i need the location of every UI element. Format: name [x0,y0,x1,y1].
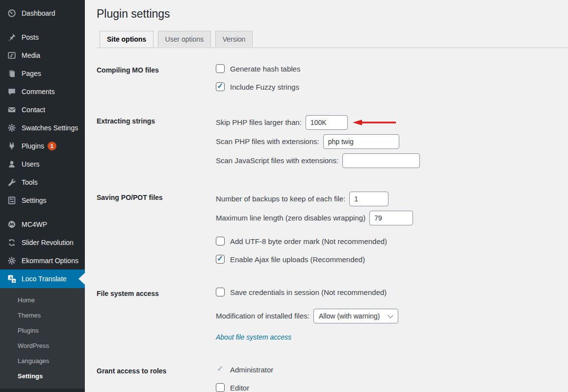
sidebar-item-slider-revolution[interactable]: Slider Revolution [0,233,85,251]
admin-sidebar: Dashboard Posts Media Pages [0,0,85,392]
sidebar-item-comments[interactable]: Comments [0,82,85,100]
field-label: Number of backups to keep of each file: [216,195,345,203]
field-label: Maximum line length (zero disables wrapp… [216,214,365,222]
sidebar-item-label: Slider Revolution [22,239,74,246]
sidebar-item-contact[interactable]: Contact [0,100,85,119]
checkbox-label: Administrator [230,366,273,374]
sidebar-item-label: Posts [22,33,39,41]
role-administrator-checkbox[interactable] [216,365,225,374]
pushpin-icon [7,32,17,42]
page-title: Plugin settings [97,7,568,22]
row-role-editor: Editor [216,383,273,392]
about-file-system-access-link[interactable]: About file system access [216,333,291,341]
ajax-uploads-checkbox[interactable] [216,255,225,264]
row-max-line-length: Maximum line length (zero disables wrapp… [216,211,413,225]
sidebar-item-label: Ekommart Options [22,257,78,265]
backup-count-input[interactable] [349,192,388,206]
sidebar-item-posts[interactable]: Posts [0,28,85,46]
scan-js-extensions-input[interactable] [342,153,420,168]
skip-php-size-input[interactable] [306,115,348,130]
comment-icon [7,87,17,97]
row-ajax-uploads: Enable Ajax file uploads (Recommended) [216,255,413,264]
envelope-icon [7,105,17,115]
field-label: Modification of installed files: [216,312,310,320]
sidebar-item-plugins[interactable]: Plugins 1 [0,137,85,155]
sidebar-item-label: Contact [22,106,45,114]
chevron-down-icon [388,313,393,318]
include-fuzzy-strings-checkbox[interactable] [216,82,225,91]
sidebar-item-loco-translate[interactable]: A★ Loco Translate [0,270,85,288]
row-save-credentials: Save credentials in session (Not recomme… [216,288,398,297]
tab-site-options[interactable]: Site options [100,31,154,48]
sidebar-item-label: Pages [22,70,41,77]
svg-text:★: ★ [12,279,15,283]
section-compiling-mo-files: Compiling MO files Generate hash tables … [97,64,568,92]
admin-menu: Dashboard Posts Media Pages [0,0,85,288]
sidebar-item-dashboard[interactable]: Dashboard [0,4,85,22]
role-editor-checkbox[interactable] [216,383,225,392]
sidebar-item-label: Settings [22,196,47,204]
section-label: Extracting strings [97,115,216,168]
tab-user-options[interactable]: User options [158,31,211,47]
row-scan-php-extensions: Scan PHP files with extensions: [216,134,420,149]
checkbox-label: Editor [230,384,249,392]
gear-icon [7,123,17,133]
sidebar-item-mc4wp[interactable]: MC4WP [0,215,85,233]
sidebar-item-label: Media [22,51,40,59]
section-file-system-access: File system access Save credentials in s… [97,288,568,342]
sidebar-item-label: Dashboard [22,9,55,17]
sidebar-item-media[interactable]: Media [0,46,85,64]
section-label: File system access [97,288,216,342]
submenu-item-plugins[interactable]: Plugins [0,323,85,338]
menu-separator [0,209,85,215]
modify-files-select[interactable]: Allow (with warning) [313,309,398,323]
media-icon [7,50,17,60]
section-label: Saving PO/POT files [97,192,216,264]
tab-version[interactable]: Version [215,31,253,47]
submenu-item-themes[interactable]: Themes [0,308,85,323]
checkbox-label: Save credentials in session (Not recomme… [230,288,387,296]
sidebar-item-label: MC4WP [22,220,47,228]
max-line-length-input[interactable] [369,211,413,225]
annotation-arrow-icon [352,119,397,126]
row-role-administrator: Administrator [216,365,273,374]
checkbox-label: Enable Ajax file uploads (Recommended) [230,255,365,264]
submenu-item-languages[interactable]: Languages [0,353,85,368]
update-count-badge: 1 [48,142,56,150]
sidebar-item-ekommart-options[interactable]: Ekommart Options [0,251,85,270]
sidebar-item-label: Comments [22,88,55,96]
sidebar-item-pages[interactable]: Pages [0,64,85,82]
submenu-item-home[interactable]: Home [0,293,85,308]
sidebar-item-label: Users [22,160,40,168]
row-generate-hash-tables: Generate hash tables [216,64,300,74]
sidebar-item-label: Loco Translate [22,275,67,283]
plug-icon [7,141,17,151]
row-include-fuzzy-strings: Include Fuzzy strings [216,82,300,92]
row-modify-installed-files: Modification of installed files: Allow (… [216,309,398,323]
section-label: Grant access to roles [97,365,216,392]
main-content: Plugin settings Site options User option… [85,0,568,392]
row-scan-js-extensions: Scan JavaScript files with extensions: [216,153,420,168]
sidebar-item-swatches-settings[interactable]: Swatches Settings [0,119,85,137]
scan-php-extensions-input[interactable] [323,134,399,149]
section-grant-access-to-roles: Grant access to roles Administrator Edit… [97,365,568,392]
sidebar-item-settings[interactable]: Settings [0,191,85,209]
generate-hash-tables-checkbox[interactable] [216,64,225,73]
row-utf8-bom: Add UTF-8 byte order mark (Not recommend… [216,237,413,246]
select-value: Allow (with warning) [319,312,380,320]
sliders-icon [7,196,17,205]
loco-translate-submenu: Home Themes Plugins WordPress Languages … [0,288,85,389]
gear-icon [7,256,17,266]
submenu-item-settings[interactable]: Settings [0,368,85,384]
utf8-bom-checkbox[interactable] [216,237,225,245]
checkbox-label: Include Fuzzy strings [230,83,299,91]
sidebar-item-users[interactable]: Users [0,155,85,173]
menu-separator [0,22,85,28]
section-saving-po-pot-files: Saving PO/POT files Number of backups to… [97,192,568,264]
pages-icon [7,69,17,78]
save-credentials-checkbox[interactable] [216,288,225,296]
user-icon [7,159,17,169]
sidebar-item-tools[interactable]: Tools [0,173,85,191]
section-extracting-strings: Extracting strings Skip PHP files larger… [97,115,568,168]
submenu-item-wordpress[interactable]: WordPress [0,338,85,353]
